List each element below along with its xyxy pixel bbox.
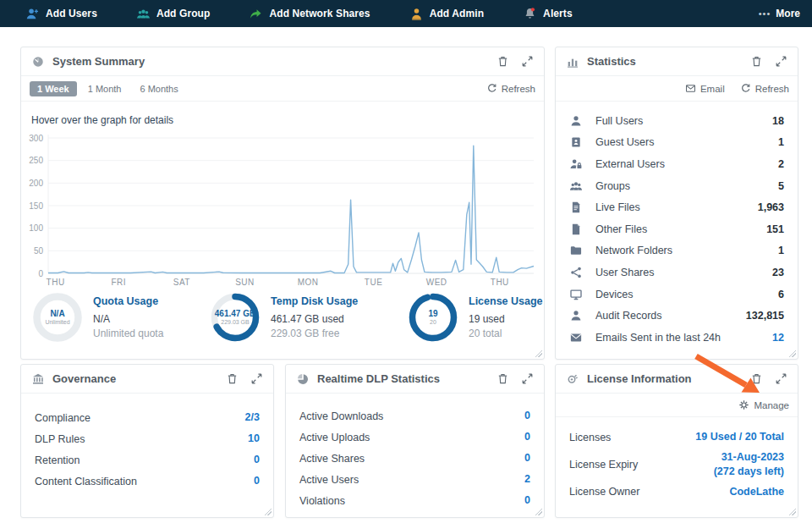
trash-icon[interactable] bbox=[497, 55, 509, 68]
row-value-link[interactable]: 0 bbox=[524, 409, 530, 423]
monitor-icon bbox=[569, 288, 583, 301]
topbar-alerts[interactable]: Alerts bbox=[523, 7, 573, 21]
row-value-link[interactable]: 0 bbox=[524, 451, 530, 465]
panel-title: Statistics bbox=[587, 55, 636, 68]
resize-grip[interactable] bbox=[535, 350, 542, 357]
stat-value: 1 bbox=[778, 136, 784, 148]
row-label: License Expiry bbox=[569, 459, 638, 471]
row-value-link[interactable]: 0 bbox=[524, 493, 530, 508]
email-button[interactable]: Email bbox=[685, 83, 725, 94]
row-value-link[interactable]: CodeLathe bbox=[729, 485, 784, 499]
row-label: Active Users bbox=[299, 474, 359, 486]
expand-icon[interactable] bbox=[775, 55, 787, 68]
donut-ring: 461.47 GB 229.03 GB bbox=[211, 293, 260, 342]
svg-text:250: 250 bbox=[29, 156, 43, 165]
stat-row-full-users: Full Users 18 bbox=[556, 110, 798, 132]
dlp-row-violations: Violations 0 bbox=[286, 490, 544, 511]
donut-value: 461.47 GB bbox=[215, 309, 255, 319]
resize-grip[interactable] bbox=[788, 350, 796, 357]
stat-value: 1 bbox=[778, 245, 784, 256]
donut-line1: 19 used bbox=[469, 313, 543, 325]
expand-icon[interactable] bbox=[521, 55, 534, 68]
svg-text:TUE: TUE bbox=[365, 278, 383, 287]
row-label: Content Classification bbox=[35, 476, 137, 487]
more-button[interactable]: ••• More bbox=[759, 8, 800, 19]
trash-icon[interactable] bbox=[497, 372, 509, 385]
donut-subvalue: 20 bbox=[430, 319, 436, 326]
person-lock-icon bbox=[569, 157, 583, 171]
donut-title-link[interactable]: Temp Disk Usage bbox=[271, 295, 358, 307]
row-value-link[interactable]: 19 Used / 20 Total bbox=[695, 430, 784, 444]
resize-grip[interactable] bbox=[535, 508, 542, 515]
usage-line-chart[interactable]: 050100150200250300THUFRISATSUNMONTUEWEDT… bbox=[28, 130, 540, 293]
trash-icon[interactable] bbox=[226, 372, 239, 385]
trash-icon[interactable] bbox=[750, 372, 763, 385]
ellipsis-icon: ••• bbox=[759, 8, 771, 19]
stat-value: 18 bbox=[772, 115, 784, 127]
trash-icon[interactable] bbox=[750, 55, 763, 68]
dlp-statistics-panel: Realtime DLP Statistics Active Downloads… bbox=[285, 364, 545, 518]
file-text-icon bbox=[569, 201, 583, 214]
row-value-link[interactable]: 0 bbox=[254, 453, 260, 467]
stat-value: 23 bbox=[772, 267, 784, 278]
donut-line2: Unlimited quota bbox=[93, 328, 163, 339]
topbar-item-label: Add Group bbox=[156, 8, 211, 19]
topbar-add-users[interactable]: Add Users bbox=[25, 7, 97, 21]
gauge-icon bbox=[31, 55, 45, 69]
svg-text:150: 150 bbox=[29, 201, 43, 211]
statistics-header: Statistics bbox=[556, 47, 798, 76]
topbar-add-group[interactable]: Add Group bbox=[136, 7, 211, 21]
donut-title-link[interactable]: License Usage bbox=[469, 295, 543, 307]
stat-row-other-files: Other Files 151 bbox=[556, 218, 798, 240]
tab-6-months[interactable]: 6 Months bbox=[132, 81, 185, 96]
stat-value: 151 bbox=[766, 223, 784, 235]
resize-grip[interactable] bbox=[788, 508, 796, 515]
expand-icon[interactable] bbox=[521, 372, 534, 385]
stat-row-external-users: External Users 2 bbox=[556, 153, 798, 175]
stat-label: Emails Sent in the last 24h bbox=[595, 332, 721, 344]
license-information-panel: License Information Manage Licenses 19 U… bbox=[555, 364, 798, 518]
svg-text:0: 0 bbox=[38, 269, 43, 278]
stat-row-emails-sent-in-the-last-24h: Emails Sent in the last 24h 12 bbox=[556, 327, 798, 349]
panel-title: Realtime DLP Statistics bbox=[317, 372, 440, 385]
topbar-add-admin[interactable]: Add Admin bbox=[409, 7, 484, 21]
row-value-link[interactable]: 2 bbox=[524, 472, 530, 487]
governance-row-compliance: Compliance 2/3 bbox=[21, 407, 273, 428]
resize-grip[interactable] bbox=[264, 508, 272, 515]
manage-button[interactable]: Manage bbox=[738, 399, 789, 410]
row-value-link[interactable]: 0 bbox=[254, 474, 260, 488]
license-row-license-owner: License Owner CodeLathe bbox=[556, 479, 798, 505]
refresh-button[interactable]: Refresh bbox=[740, 83, 789, 94]
system-summary-header: System Summary bbox=[21, 47, 544, 76]
network-share-icon bbox=[249, 7, 263, 21]
topbar-add-network-shares[interactable]: Add Network Shares bbox=[249, 7, 370, 21]
expand-icon[interactable] bbox=[250, 372, 263, 385]
tab-1-month[interactable]: 1 Month bbox=[80, 81, 129, 96]
topbar-item-label: Add Admin bbox=[430, 8, 484, 19]
license-toolbar: Manage bbox=[556, 394, 798, 417]
stat-value[interactable]: 12 bbox=[772, 332, 784, 344]
stat-row-devices: Devices 6 bbox=[556, 284, 798, 306]
row-label: Violations bbox=[299, 495, 345, 507]
svg-text:WED: WED bbox=[426, 278, 447, 287]
admin-user-icon bbox=[409, 7, 424, 21]
row-value-link[interactable]: 10 bbox=[248, 432, 260, 446]
row-value-link[interactable]: 0 bbox=[524, 430, 530, 444]
donut-title-link[interactable]: Quota Usage bbox=[93, 295, 163, 307]
donut-value: N/A bbox=[50, 309, 64, 319]
stat-value: 132,815 bbox=[746, 310, 784, 322]
expand-icon[interactable] bbox=[775, 372, 787, 385]
tab-1-week[interactable]: 1 Week bbox=[30, 81, 77, 96]
row-value-link[interactable]: 31-Aug-2023(272 days left) bbox=[714, 450, 784, 479]
svg-text:SAT: SAT bbox=[173, 278, 190, 287]
dlp-row-active-shares: Active Shares 0 bbox=[286, 448, 544, 469]
row-value-link[interactable]: 2/3 bbox=[245, 410, 260, 425]
donut-subvalue: Unlimited bbox=[45, 319, 69, 326]
svg-text:300: 300 bbox=[29, 134, 43, 143]
license-row-licenses: Licenses 19 Used / 20 Total bbox=[556, 424, 798, 450]
donut-license-usage: 19 20 License Usage 19 used 20 total bbox=[409, 293, 543, 342]
row-label: Compliance bbox=[35, 412, 91, 424]
governance-panel: Governance Compliance 2/3DLP Rules 10Ret… bbox=[20, 364, 274, 518]
refresh-icon bbox=[486, 83, 497, 94]
refresh-button[interactable]: Refresh bbox=[486, 83, 535, 94]
